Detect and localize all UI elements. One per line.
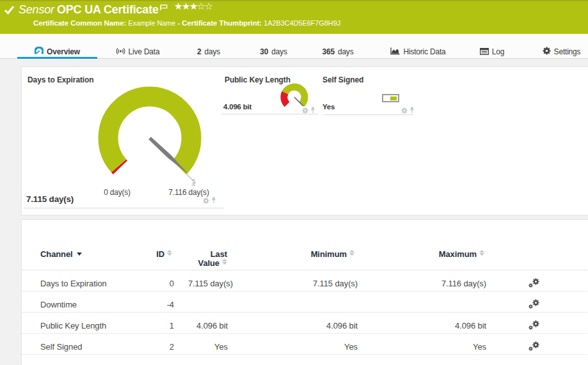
widget-gear-icon[interactable] xyxy=(302,107,308,114)
cell-maximum: 7.116 day(s) xyxy=(358,270,486,291)
column-header-maximum[interactable]: Maximum xyxy=(358,220,486,270)
gauge-icon xyxy=(35,47,44,55)
sensor-tab-bar: Overview Live Data 2 days 30 days 365 da… xyxy=(0,34,588,59)
widget-divider xyxy=(221,114,319,114)
cell-spacer xyxy=(581,270,587,291)
cell-id: 2 xyxy=(154,334,174,355)
tab-30-days-number: 30 xyxy=(260,47,268,56)
widget-self-signed-icons xyxy=(401,107,415,114)
cell-last-value xyxy=(174,291,228,313)
table-header-row: Channel ID LastValue Minimum Maximum xyxy=(22,220,587,270)
gear-icon xyxy=(528,346,533,351)
pin-icon[interactable] xyxy=(409,107,415,114)
channel-settings-gears-icon[interactable] xyxy=(528,341,539,351)
tab-2-days[interactable]: 2 days xyxy=(186,34,231,58)
tab-historic-data[interactable]: Historic Data xyxy=(385,34,452,58)
chevron-down-icon xyxy=(77,252,82,256)
check-icon xyxy=(4,4,15,15)
column-header-minimum[interactable]: Minimum xyxy=(228,220,358,270)
gear-icon xyxy=(532,278,539,285)
sensor-kind-label: Sensor xyxy=(19,3,54,17)
tab-30-days-label: days xyxy=(271,47,287,56)
page-title: OPC UA Certificate xyxy=(57,3,159,17)
column-header-settings xyxy=(486,220,581,270)
cell-channel[interactable]: Self Signed xyxy=(22,334,154,355)
column-header-id[interactable]: ID xyxy=(154,220,174,270)
cell-settings[interactable] xyxy=(486,291,581,313)
gauge-scale-max: 7.116 day(s) xyxy=(160,188,218,197)
cell-maximum xyxy=(358,291,486,313)
toggle-knob xyxy=(390,97,397,101)
channel-settings-gears-icon[interactable] xyxy=(528,278,539,288)
widget-days-to-expiration-icons xyxy=(203,197,216,204)
widget-self-signed-title: Self Signed xyxy=(322,75,363,84)
flag-icon[interactable] xyxy=(160,4,168,10)
cell-id: 0 xyxy=(154,270,174,291)
gear-icon xyxy=(528,304,533,309)
cell-last-value: Yes xyxy=(174,334,228,355)
tab-365-days-number: 365 xyxy=(322,47,335,56)
cell-minimum xyxy=(228,291,358,313)
table-row[interactable]: Self Signed 2 Yes Yes Yes xyxy=(22,334,587,355)
subtitle-value-thumbprint: 1A2B3C4D5E6F7G8H9J xyxy=(264,19,340,27)
gauge-average-marker: x xyxy=(192,180,195,187)
sort-icon xyxy=(222,259,227,265)
cell-channel[interactable]: Days to Expiration xyxy=(22,270,154,291)
tab-settings-label: Settings xyxy=(554,47,581,56)
priority-stars[interactable]: ★★★☆☆ xyxy=(174,1,212,12)
widget-days-to-expiration-value: 7.115 day(s) xyxy=(26,194,74,204)
cell-maximum: Yes xyxy=(358,334,486,355)
tab-2-days-label: days xyxy=(204,47,220,56)
gear-icon xyxy=(528,325,533,330)
gauges-panel: Days to Expiration x 0 day(s) 7.116 day(… xyxy=(21,66,588,215)
sensor-status-banner: Sensor OPC UA Certificate ★★★☆☆ Certific… xyxy=(0,0,588,34)
subtitle-value-common-name: Example Name xyxy=(128,19,175,27)
widget-gear-icon[interactable] xyxy=(401,107,408,114)
table-row[interactable]: Days to Expiration 0 7.115 day(s) 7.115 … xyxy=(22,270,587,291)
tab-live-data[interactable]: Live Data xyxy=(104,34,171,58)
gauge-scale-min: 0 day(s) xyxy=(88,188,146,197)
channels-panel: Channel ID LastValue Minimum Maximum Day… xyxy=(21,219,588,365)
tab-log-label: Log xyxy=(492,47,504,56)
cell-settings[interactable] xyxy=(486,270,581,291)
gear-icon xyxy=(532,341,539,348)
tab-overview[interactable]: Overview xyxy=(17,34,97,58)
column-header-channel[interactable]: Channel xyxy=(22,220,154,270)
tab-live-data-label: Live Data xyxy=(129,47,160,56)
column-header-last-value[interactable]: LastValue xyxy=(174,220,228,270)
cell-last-value: 7.115 day(s) xyxy=(174,270,228,291)
tab-365-days[interactable]: 365 days xyxy=(315,34,361,58)
channel-settings-gears-icon[interactable] xyxy=(528,320,539,330)
table-row[interactable]: Public Key Length 1 4.096 bit 4.096 bit … xyxy=(22,313,587,334)
cell-minimum: Yes xyxy=(228,334,358,355)
broadcast-icon xyxy=(116,47,125,55)
cell-spacer xyxy=(581,334,587,355)
channel-settings-gears-icon[interactable] xyxy=(528,299,539,309)
sort-icon xyxy=(349,250,354,256)
gear-icon xyxy=(543,47,551,55)
cell-spacer xyxy=(581,291,587,313)
cell-settings[interactable] xyxy=(486,313,581,334)
column-header-spacer xyxy=(581,220,587,270)
subtitle-label-thumbprint: - Certificate Thumbprint: xyxy=(177,19,262,27)
widget-divider xyxy=(24,208,224,208)
cell-spacer xyxy=(581,313,587,334)
cell-id: 1 xyxy=(154,313,174,334)
cell-channel[interactable]: Public Key Length xyxy=(22,313,154,334)
pin-icon[interactable] xyxy=(310,107,315,114)
self-signed-toggle xyxy=(382,94,399,102)
table-row[interactable]: Downtime -4 xyxy=(22,291,587,313)
pin-icon[interactable] xyxy=(211,197,216,204)
sort-icon xyxy=(167,250,172,256)
cell-id: -4 xyxy=(154,291,174,313)
widget-public-key-length-icons xyxy=(302,107,315,114)
channels-table-body: Days to Expiration 0 7.115 day(s) 7.115 … xyxy=(22,270,587,355)
tab-log[interactable]: Log xyxy=(474,34,510,58)
tab-overview-label: Overview xyxy=(47,47,80,56)
tab-2-days-number: 2 xyxy=(197,47,201,56)
tab-30-days[interactable]: 30 days xyxy=(251,34,296,58)
cell-settings[interactable] xyxy=(486,334,581,355)
widget-gear-icon[interactable] xyxy=(203,198,209,204)
tab-settings[interactable]: Settings xyxy=(540,34,583,58)
cell-channel[interactable]: Downtime xyxy=(22,291,154,313)
